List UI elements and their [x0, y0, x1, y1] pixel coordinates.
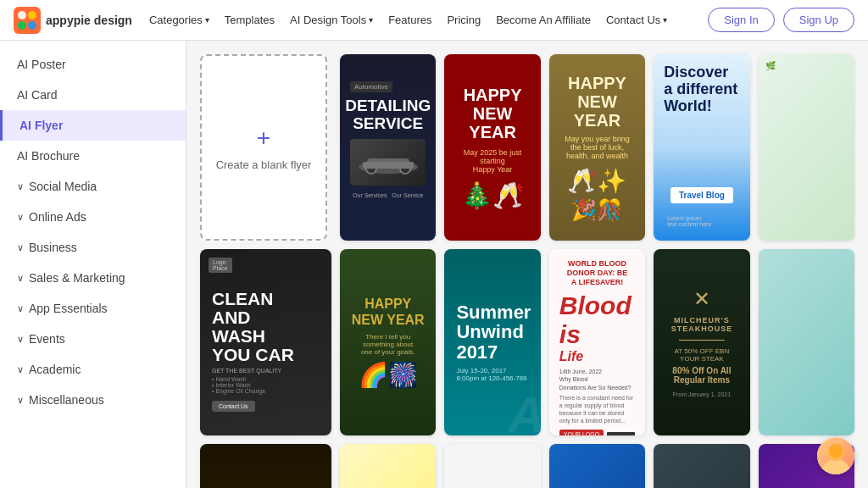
chat-bubble[interactable]	[817, 437, 854, 474]
chevron-down-icon: ∨	[17, 242, 24, 253]
card-title: HAPPYNEW YEAR	[352, 296, 425, 328]
sidebar-item-ai-card[interactable]: AI Card	[0, 80, 186, 110]
sidebar-item-events[interactable]: ∨ Events	[0, 324, 186, 354]
template-row3-extra[interactable]	[654, 444, 749, 488]
svg-point-12	[829, 444, 843, 458]
svg-rect-9	[363, 162, 414, 169]
signup-button[interactable]: Sign Up	[783, 8, 854, 32]
template-happy-ny-dark[interactable]: HAPPYNEW YEAR There I tell yousomething …	[340, 249, 436, 435]
nav: Categories ▾ Templates AI Design Tools ▾…	[149, 14, 708, 26]
template-car-wash[interactable]: LogoPlace CLEANANDWASHYOU CAR GET THE BE…	[200, 249, 331, 435]
sidebar: AI Poster AI Card AI Flyer AI Brochure ∨…	[0, 41, 186, 488]
card-title: DETAILINGSERVICE	[345, 97, 431, 133]
chevron-down-icon: ∨	[17, 395, 24, 406]
nav-contact[interactable]: Contact Us ▾	[606, 14, 667, 26]
signin-button[interactable]: Sign In	[708, 8, 774, 32]
template-grid-row3: Celebrate with us CHEERS To a Happy New …	[200, 444, 854, 488]
template-grid-row1: + Create a blank flyer Automotive DETAIL…	[200, 54, 854, 241]
create-blank-label: Create a blank flyer	[209, 158, 319, 171]
template-cheers[interactable]: Celebrate with us CHEERS To a Happy New …	[200, 444, 331, 488]
template-grid-row2: LogoPlace CLEANANDWASHYOU CAR GET THE BE…	[200, 249, 854, 435]
svg-point-1	[18, 11, 26, 19]
sidebar-item-ai-poster[interactable]: AI Poster	[0, 49, 186, 80]
svg-point-3	[18, 21, 26, 30]
card-title: Discovera differentWorld!	[664, 64, 739, 114]
layout: AI Poster AI Card AI Flyer AI Brochure ∨…	[0, 41, 868, 488]
template-auto-detailing[interactable]: Automotive DETAILINGSERVICE Our Services…	[340, 54, 436, 241]
nav-templates[interactable]: Templates	[225, 14, 275, 26]
chevron-down-icon: ∨	[17, 303, 24, 314]
chevron-down-icon: ∨	[17, 212, 24, 223]
create-blank-button[interactable]: + Create a blank flyer	[200, 54, 327, 241]
card-title: CLEANANDWASHYOU CAR	[212, 290, 294, 364]
sidebar-item-ai-brochure[interactable]: AI Brochure	[0, 141, 186, 171]
sidebar-item-miscellaneous[interactable]: ∨ Miscellaneous	[0, 385, 186, 415]
template-rock[interactable]: ROCK	[549, 444, 645, 488]
card-title: HAPPYNEW YEAR	[454, 86, 530, 141]
template-blood-donor[interactable]: WORLD BLOODDONOR DAY: BEA LIFESAVER! Blo…	[549, 249, 645, 435]
template-happy-ny-gold[interactable]: HAPPYNEW YEAR May you year bringthe best…	[549, 54, 645, 241]
nav-categories[interactable]: Categories ▾	[149, 14, 209, 26]
main-content: + Create a blank flyer Automotive DETAIL…	[186, 41, 868, 488]
sidebar-item-academic[interactable]: ∨ Academic	[0, 354, 186, 385]
nav-features[interactable]: Features	[388, 14, 431, 26]
chevron-down-icon: ∨	[17, 364, 24, 375]
logo-text: appypie design	[46, 14, 132, 27]
sidebar-item-sales-marketing[interactable]: ∨ Sales & Marketing	[0, 263, 186, 293]
template-happy-ny-red[interactable]: HAPPYNEW YEAR May 2025 be just startingH…	[444, 54, 540, 241]
card-title: SummerUnwind 2017	[456, 302, 531, 361]
plus-icon: +	[257, 125, 270, 152]
svg-point-2	[28, 11, 36, 19]
sidebar-item-social-media[interactable]: ∨ Social Media	[0, 171, 186, 202]
template-white[interactable]: THE COMPANY FLYER	[444, 444, 540, 488]
nav-ai-design-tools[interactable]: AI Design Tools ▾	[290, 14, 373, 26]
sidebar-item-online-ads[interactable]: ∨ Online Ads	[0, 202, 186, 232]
template-extra-right[interactable]	[759, 249, 854, 435]
chat-avatar	[817, 437, 854, 474]
categories-arrow-icon: ▾	[205, 15, 209, 25]
sidebar-item-business[interactable]: ∨ Business	[0, 232, 186, 263]
template-travel[interactable]: Discovera differentWorld! Travel Blog Lo…	[654, 54, 749, 241]
nav-affiliate[interactable]: Become An Affiliate	[496, 14, 591, 26]
card-title: ROCK	[557, 484, 637, 489]
svg-point-4	[28, 21, 36, 30]
card-title: HAPPYNEW YEAR	[559, 74, 635, 130]
template-placeholder-yellow[interactable]: DISCOVER	[340, 444, 436, 488]
template-summer-unwind[interactable]: SummerUnwind 2017 July 15-20, 2017 8:00p…	[444, 249, 540, 435]
sidebar-item-ai-flyer[interactable]: AI Flyer	[0, 110, 186, 141]
ai-tools-arrow-icon: ▾	[369, 15, 373, 25]
template-partial[interactable]: 🌿	[759, 54, 854, 241]
chevron-down-icon: ∨	[17, 334, 24, 345]
contact-arrow-icon: ▾	[663, 15, 667, 25]
card-title: WORLD BLOODDONOR DAY: BEA LIFESAVER!	[559, 259, 635, 286]
chevron-down-icon: ∨	[17, 181, 24, 192]
card-title: MILCHEUR'S STEAKHOUSE	[664, 316, 739, 333]
header-actions: Sign In Sign Up	[708, 8, 854, 32]
header: appypie design Categories ▾ Templates AI…	[0, 0, 868, 41]
chevron-down-icon: ∨	[17, 273, 24, 284]
logo[interactable]: appypie design	[14, 7, 132, 34]
template-steakhouse[interactable]: ✕ MILCHEUR'S STEAKHOUSE AT 50% OFF EBN Y…	[654, 249, 749, 435]
svg-rect-0	[14, 7, 41, 34]
sidebar-item-app-essentials[interactable]: ∨ App Essentials	[0, 293, 186, 324]
nav-pricing[interactable]: Pricing	[447, 14, 481, 26]
